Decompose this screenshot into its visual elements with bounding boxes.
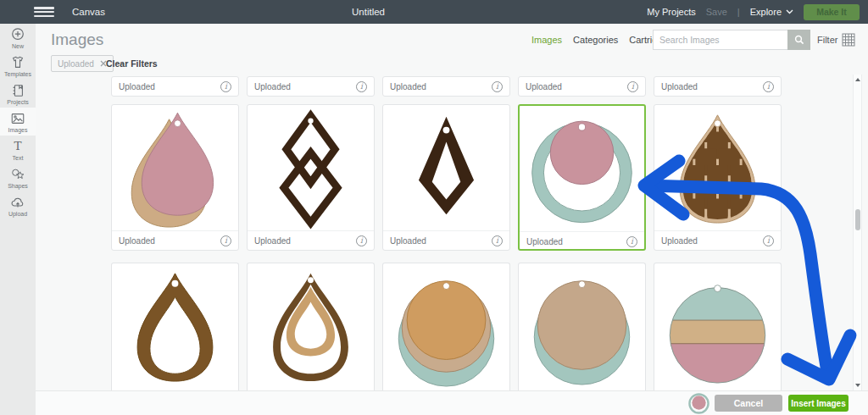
sidebar-item-new[interactable]: New	[0, 24, 36, 52]
image-card-partial[interactable]: Uploadedi	[518, 76, 646, 97]
scrollbar[interactable]	[853, 75, 862, 390]
info-icon[interactable]: i	[492, 235, 503, 246]
card-footer: Uploadedi	[520, 231, 644, 251]
search-input[interactable]	[653, 30, 787, 50]
make-it-button[interactable]: Make It	[804, 4, 860, 20]
banded-circle-earring-image	[654, 263, 781, 389]
tab-categories[interactable]: Categories	[573, 35, 618, 45]
filter-button[interactable]: Filter	[817, 35, 837, 45]
tshirt-icon	[10, 55, 25, 70]
sidebar-item-label: New	[12, 43, 24, 49]
search-icon	[794, 35, 804, 45]
card-source-label: Uploaded	[661, 236, 698, 246]
interlocking-diamonds-earring-image	[248, 105, 374, 230]
scrollbar-down-arrow-icon[interactable]	[855, 384, 860, 387]
open-teardrop-earring-image	[112, 263, 238, 389]
info-icon[interactable]: i	[220, 81, 231, 92]
image-source-tabs: Images Categories Cartridges	[531, 35, 672, 45]
kite-earring-image	[383, 105, 509, 230]
sidebar-item-templates[interactable]: Templates	[0, 52, 36, 80]
card-source-label: Uploaded	[119, 236, 155, 246]
image-card-triple-circles[interactable]	[382, 263, 510, 390]
sidebar-item-label: Images	[8, 127, 28, 133]
info-icon[interactable]: i	[627, 81, 638, 92]
notebook-icon	[10, 83, 25, 98]
card-source-label: Uploaded	[254, 82, 291, 91]
top-navigation-bar: Canvas Untitled My Projects Save | Explo…	[0, 0, 868, 24]
explore-menu[interactable]: Explore	[750, 7, 793, 17]
image-card-partial[interactable]: Uploadedi	[111, 76, 239, 97]
sidebar-item-label: Projects	[7, 99, 28, 105]
card-footer: Uploadedi	[248, 230, 374, 250]
scrollbar-thumb[interactable]	[855, 209, 860, 230]
hamburger-menu-icon[interactable]	[34, 7, 54, 17]
image-card-nested-teardrops[interactable]	[247, 263, 375, 390]
cancel-button[interactable]: Cancel	[715, 395, 782, 412]
image-card-layered-teardrop[interactable]: Uploadedi	[111, 104, 239, 251]
card-source-label: Uploaded	[119, 82, 155, 91]
shapes-icon	[10, 167, 25, 182]
topbar-separator: |	[737, 7, 740, 17]
pinecone-earring-image	[654, 105, 781, 230]
selected-image-thumbnail	[688, 393, 709, 414]
image-icon	[10, 111, 25, 126]
search-box	[653, 30, 810, 50]
my-projects-link[interactable]: My Projects	[647, 7, 695, 17]
nested-teardrops-earring-image	[248, 263, 374, 389]
topbar-actions: My Projects Save | Explore Make It	[647, 0, 860, 24]
info-icon[interactable]: i	[220, 235, 231, 246]
image-card-interlocking-diamonds[interactable]: Uploadedi	[247, 104, 375, 251]
card-source-label: Uploaded	[390, 236, 426, 246]
sidebar-item-shapes[interactable]: Shapes	[0, 163, 36, 191]
sidebar-item-label: Text	[13, 155, 24, 161]
clear-filters-button[interactable]: Clear Filters	[106, 58, 158, 69]
page-title: Images	[51, 30, 103, 49]
explore-label: Explore	[750, 7, 782, 17]
card-footer: Uploadedi	[383, 230, 509, 250]
layered-teardrop-earring-image	[112, 105, 238, 230]
image-card-partial[interactable]: Uploadedi	[382, 76, 510, 97]
save-link[interactable]: Save	[706, 7, 727, 17]
cloud-upload-icon	[10, 195, 25, 210]
grid-view-icon[interactable]	[842, 33, 855, 50]
info-icon[interactable]: i	[626, 236, 637, 247]
filter-chip-uploaded[interactable]: Uploaded	[51, 55, 114, 72]
insert-images-button[interactable]: Insert Images	[788, 395, 849, 412]
image-card-open-teardrop[interactable]	[111, 263, 239, 390]
chevron-down-icon	[786, 9, 793, 14]
image-card-partial[interactable]: Uploadedi	[247, 76, 375, 97]
sidebar-item-text[interactable]: T Text	[0, 136, 36, 163]
image-card-partial[interactable]: Uploadedi	[654, 76, 782, 97]
info-icon[interactable]: i	[763, 81, 774, 92]
info-icon[interactable]: i	[492, 81, 503, 92]
info-icon[interactable]: i	[763, 235, 774, 246]
canvas-label: Canvas	[72, 7, 105, 17]
info-icon[interactable]: i	[356, 235, 367, 246]
scrollbar-up-arrow-icon[interactable]	[855, 78, 860, 81]
project-title: Untitled	[352, 7, 385, 17]
circle-ring-earring-image	[520, 106, 644, 231]
sidebar-item-label: Shapes	[8, 183, 28, 189]
bottom-action-bar: Cancel Insert Images	[36, 390, 868, 415]
app-window: Canvas Untitled My Projects Save | Explo…	[0, 0, 868, 415]
sidebar-item-upload[interactable]: Upload	[0, 191, 36, 219]
image-card-banded-circle[interactable]	[654, 263, 782, 390]
sidebar-item-projects[interactable]: Projects	[0, 80, 36, 108]
image-card-pinecone[interactable]: Uploadedi	[654, 104, 782, 251]
sidebar-item-images[interactable]: Images	[0, 108, 36, 136]
tab-images[interactable]: Images	[531, 35, 562, 45]
double-stacked-circles-earring-image	[519, 263, 645, 389]
filter-chip-label: Uploaded	[58, 59, 94, 69]
card-source-label: Uploaded	[526, 82, 562, 91]
search-button[interactable]	[787, 30, 810, 50]
plus-circle-icon	[10, 27, 25, 42]
image-card-circle-ring-selected[interactable]: Uploadedi	[518, 104, 646, 251]
card-source-label: Uploaded	[254, 236, 291, 246]
info-icon[interactable]: i	[356, 81, 367, 92]
text-icon: T	[10, 139, 25, 154]
svg-text:T: T	[14, 139, 21, 152]
image-card-double-circles[interactable]	[518, 263, 646, 390]
card-source-label: Uploaded	[390, 82, 426, 91]
image-card-kite[interactable]: Uploadedi	[382, 104, 510, 251]
card-source-label: Uploaded	[526, 237, 563, 246]
